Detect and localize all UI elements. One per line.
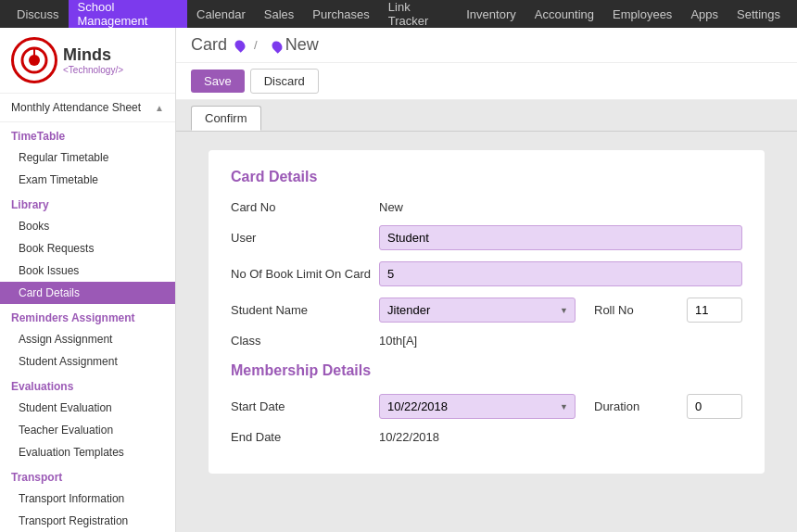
end-date-value: 10/22/2018: [379, 430, 742, 444]
duration-input[interactable]: [687, 394, 742, 419]
content-area: Card / New Save Discard Confirm Card Det…: [176, 28, 797, 532]
section-library: Library: [0, 191, 175, 215]
top-navigation: Discuss School Management Calendar Sales…: [0, 0, 797, 28]
logo-icon: [11, 37, 57, 83]
sidebar-item-book-requests[interactable]: Book Requests: [0, 237, 175, 260]
section-timetable: TimeTable: [0, 122, 175, 146]
user-label: User: [231, 231, 379, 245]
end-date-label: End Date: [231, 430, 379, 444]
monthly-attendance-item[interactable]: Monthly Attendance Sheet ▲: [0, 94, 175, 122]
sidebar-item-books[interactable]: Books: [0, 215, 175, 237]
tab-bar: Confirm: [176, 100, 797, 132]
nav-school-management[interactable]: School Management: [69, 0, 188, 28]
card-details-title: Card Details: [231, 169, 742, 185]
student-name-group: Student Name Jitender: [231, 298, 576, 323]
user-input[interactable]: [379, 225, 742, 250]
duration-label: Duration: [594, 399, 687, 413]
start-date-duration-row: Start Date 10/22/2018 Duration: [231, 394, 742, 419]
tab-confirm[interactable]: Confirm: [191, 106, 261, 131]
start-date-select-wrapper: 10/22/2018: [379, 394, 576, 419]
roll-no-input[interactable]: [687, 298, 742, 323]
form-card: Card Details Card No New User No Of Book…: [209, 150, 765, 474]
user-row: User: [231, 225, 742, 250]
sidebar-item-transport-registration[interactable]: Transport Registration: [0, 510, 175, 532]
class-row: Class 10th[A]: [231, 334, 742, 348]
nav-purchases[interactable]: Purchases: [303, 0, 378, 28]
toolbar: Save Discard: [176, 63, 797, 100]
start-date-select[interactable]: 10/22/2018: [379, 394, 576, 419]
logo-area: Minds <Technology/>: [0, 28, 175, 94]
logo-text: Minds: [63, 45, 123, 65]
sidebar-item-book-issues[interactable]: Book Issues: [0, 260, 175, 282]
save-button[interactable]: Save: [191, 70, 245, 93]
breadcrumb-drop-icon2: [270, 39, 285, 54]
collapse-arrow: ▲: [155, 103, 164, 113]
nav-discuss[interactable]: Discuss: [7, 0, 69, 28]
end-date-row: End Date 10/22/2018: [231, 430, 742, 444]
logo-subtext: <Technology/>: [63, 65, 123, 75]
section-evaluations: Evaluations: [0, 373, 175, 397]
membership-title: Membership Details: [231, 362, 742, 379]
section-transport: Transport: [0, 463, 175, 488]
book-limit-input[interactable]: [379, 261, 742, 286]
breadcrumb: Card / New: [176, 28, 797, 63]
book-limit-row: No Of Book Limit On Card: [231, 261, 742, 286]
student-name-label: Student Name: [231, 303, 379, 317]
card-no-value: New: [379, 200, 742, 214]
start-date-group: Start Date 10/22/2018: [231, 394, 576, 419]
nav-settings[interactable]: Settings: [727, 0, 790, 28]
sidebar-item-assign-assignment[interactable]: Assign Assignment: [0, 328, 175, 350]
student-roll-row: Student Name Jitender Roll No: [231, 298, 742, 323]
roll-no-group: Roll No: [594, 298, 742, 323]
breadcrumb-parent[interactable]: Card: [191, 35, 248, 55]
sidebar-item-student-assignment[interactable]: Student Assignment: [0, 350, 175, 373]
discard-button[interactable]: Discard: [250, 69, 319, 94]
class-label: Class: [231, 334, 379, 348]
card-no-label: Card No: [231, 200, 379, 214]
student-name-select-wrapper: Jitender: [379, 298, 576, 323]
nav-apps[interactable]: Apps: [681, 0, 727, 28]
nav-sales[interactable]: Sales: [255, 0, 304, 28]
form-content: Card Details Card No New User No Of Book…: [176, 132, 797, 532]
nav-link-tracker[interactable]: Link Tracker: [379, 0, 457, 28]
sidebar-item-student-evaluation[interactable]: Student Evaluation: [0, 397, 175, 419]
nav-employees[interactable]: Employees: [603, 0, 681, 28]
breadcrumb-current: New: [285, 35, 319, 55]
main-layout: Minds <Technology/> Monthly Attendance S…: [0, 28, 797, 532]
sidebar: Minds <Technology/> Monthly Attendance S…: [0, 28, 176, 532]
sidebar-item-teacher-evaluation[interactable]: Teacher Evaluation: [0, 419, 175, 441]
sidebar-item-evaluation-templates[interactable]: Evaluation Templates: [0, 441, 175, 463]
nav-calendar[interactable]: Calendar: [187, 0, 255, 28]
breadcrumb-separator: /: [254, 38, 258, 52]
sidebar-item-transport-information[interactable]: Transport Information: [0, 488, 175, 510]
class-value: 10th[A]: [379, 334, 742, 348]
nav-accounting[interactable]: Accounting: [525, 0, 603, 28]
svg-point-1: [31, 57, 38, 64]
student-name-select[interactable]: Jitender: [379, 298, 576, 323]
section-reminders-assignment: Reminders Assignment: [0, 304, 175, 328]
card-no-row: Card No New: [231, 200, 742, 214]
sidebar-item-exam-timetable[interactable]: Exam Timetable: [0, 169, 175, 191]
duration-group: Duration: [594, 394, 742, 419]
nav-inventory[interactable]: Inventory: [457, 0, 525, 28]
book-limit-label: No Of Book Limit On Card: [231, 267, 379, 281]
sidebar-item-regular-timetable[interactable]: Regular Timetable: [0, 146, 175, 169]
breadcrumb-drop-icon1: [233, 38, 247, 53]
start-date-label: Start Date: [231, 399, 379, 413]
sidebar-item-card-details[interactable]: Card Details: [0, 282, 175, 304]
roll-no-label: Roll No: [594, 303, 687, 317]
